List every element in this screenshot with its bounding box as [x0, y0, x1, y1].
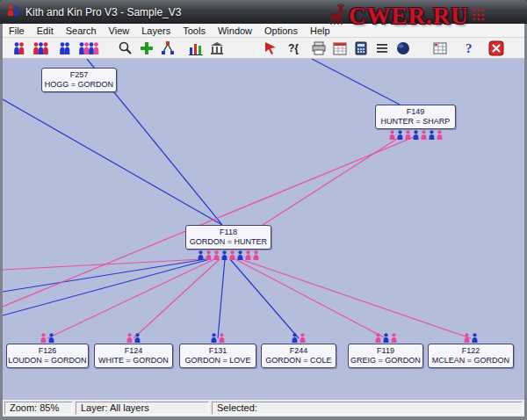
family-id: F119 [350, 346, 422, 356]
add-family-icon[interactable] [32, 40, 50, 57]
globe-icon[interactable] [395, 40, 411, 57]
exit-icon[interactable] [488, 40, 504, 57]
person-icons-row [179, 333, 256, 343]
family-box-f124[interactable]: F124WHITE = GORDON [94, 344, 173, 368]
connection-line [218, 259, 225, 338]
family-id: F126 [8, 346, 87, 356]
person-icon[interactable] [437, 130, 443, 140]
person-icons-row [6, 333, 89, 343]
person-icon[interactable] [221, 250, 227, 260]
context-help-icon[interactable]: ?{ [286, 40, 302, 57]
family-box-f257[interactable]: F257HOGG = GORDON [41, 68, 117, 92]
menu-item-layers[interactable]: Layers [135, 25, 177, 37]
relatives-icon[interactable] [78, 40, 100, 57]
person-icon[interactable] [134, 333, 141, 343]
status-bar: Zoom: 85% Layer: All layers Selected: [3, 400, 524, 416]
person-icons-row [348, 333, 423, 343]
app-window: Kith and Kin Pro V3 - Sample_V3 FileEdit… [0, 0, 527, 420]
person-icon[interactable] [397, 130, 403, 140]
pointer-icon[interactable] [264, 40, 279, 57]
print-icon[interactable] [311, 40, 327, 57]
menu-item-search[interactable]: Search [60, 25, 103, 37]
toolbar: ?{? [3, 38, 524, 59]
connection-line [241, 259, 471, 338]
person-icons-row [261, 333, 336, 343]
person-icon[interactable] [219, 333, 225, 343]
families-icon[interactable] [11, 40, 27, 57]
person-icon[interactable] [429, 130, 435, 140]
person-icon[interactable] [391, 333, 397, 343]
connection-line [312, 59, 400, 105]
list-icon[interactable] [374, 40, 390, 57]
family-id: F244 [263, 346, 335, 356]
couple-icon[interactable] [57, 40, 73, 57]
menu-item-tools[interactable]: Tools [177, 25, 212, 37]
family-label: GORDON = COLE [263, 356, 335, 366]
family-id: F149 [377, 107, 454, 117]
family-id: F122 [430, 346, 512, 356]
person-icon[interactable] [253, 250, 259, 260]
person-icon[interactable] [389, 130, 395, 140]
menu-item-options[interactable]: Options [258, 25, 304, 37]
title-bar[interactable]: Kith and Kin Pro V3 - Sample_V3 [0, 0, 527, 24]
person-icon[interactable] [229, 250, 235, 260]
sources-icon[interactable] [209, 40, 225, 57]
person-icon[interactable] [375, 333, 381, 343]
person-icon[interactable] [300, 333, 306, 343]
family-box-f122[interactable]: F122MCLEAN = GORDON [428, 344, 514, 368]
person-icon[interactable] [245, 250, 251, 260]
svg-text:?: ? [466, 41, 473, 55]
menu-item-edit[interactable]: Edit [31, 25, 60, 37]
person-icon[interactable] [48, 333, 54, 343]
status-selected: Selected: [212, 402, 523, 415]
person-icons-row [428, 333, 514, 343]
family-label: MCLEAN = GORDON [430, 356, 512, 366]
person-icon[interactable] [413, 130, 419, 140]
menu-item-window[interactable]: Window [212, 25, 258, 37]
person-icon[interactable] [405, 130, 411, 140]
person-icon[interactable] [126, 333, 133, 343]
menu-item-file[interactable]: File [3, 25, 31, 37]
family-box-f118[interactable]: F118GORDON = HUNTER [185, 225, 271, 250]
person-icon[interactable] [472, 333, 478, 343]
calculator-icon[interactable] [353, 40, 369, 57]
person-icons-row [185, 250, 271, 260]
menu-item-view[interactable]: View [103, 25, 136, 37]
pedigree-icon[interactable] [160, 40, 176, 57]
person-icons-row [375, 130, 456, 140]
help-icon[interactable]: ? [462, 40, 478, 57]
person-icon[interactable] [213, 250, 220, 260]
person-icon[interactable] [421, 130, 427, 140]
person-icon[interactable] [40, 333, 47, 343]
family-box-f244[interactable]: F244GORDON = COLE [261, 344, 336, 368]
family-label: WHITE = GORDON [96, 356, 171, 366]
person-icon[interactable] [292, 333, 298, 343]
person-icon[interactable] [211, 333, 217, 343]
chart-icon[interactable] [188, 40, 204, 57]
family-box-f126[interactable]: F126LOUDON = GORDON [6, 344, 89, 368]
family-box-f119[interactable]: F119GREIG = GORDON [348, 344, 423, 368]
status-zoom: Zoom: 85% [4, 402, 73, 415]
svg-text:?{: ?{ [288, 42, 299, 54]
family-box-f149[interactable]: F149HUNTER = SHARP [375, 105, 456, 129]
table-icon[interactable] [432, 40, 448, 57]
menu-item-help[interactable]: Help [304, 25, 336, 37]
person-icon[interactable] [198, 250, 204, 260]
family-label: GREIG = GORDON [350, 356, 422, 366]
connection-line [134, 259, 220, 338]
person-icon[interactable] [206, 250, 212, 260]
person-icon[interactable] [237, 250, 243, 260]
chart-canvas[interactable]: F257HOGG = GORDONF149HUNTER = SHARPF118G… [3, 59, 524, 400]
calendar-icon[interactable] [332, 40, 348, 57]
person-icon[interactable] [464, 333, 470, 343]
add-tree-icon[interactable] [139, 40, 155, 57]
family-label: GORDON = HUNTER [187, 237, 270, 247]
family-box-f131[interactable]: F131GORDON = LOVE [179, 344, 256, 368]
connection-line [230, 259, 299, 338]
connection-line [3, 137, 414, 307]
family-id: F257 [43, 70, 115, 80]
family-label: GORDON = LOVE [181, 356, 255, 366]
family-label: HUNTER = SHARP [377, 117, 454, 127]
person-icon[interactable] [383, 333, 389, 343]
zoom-icon[interactable] [118, 40, 134, 57]
